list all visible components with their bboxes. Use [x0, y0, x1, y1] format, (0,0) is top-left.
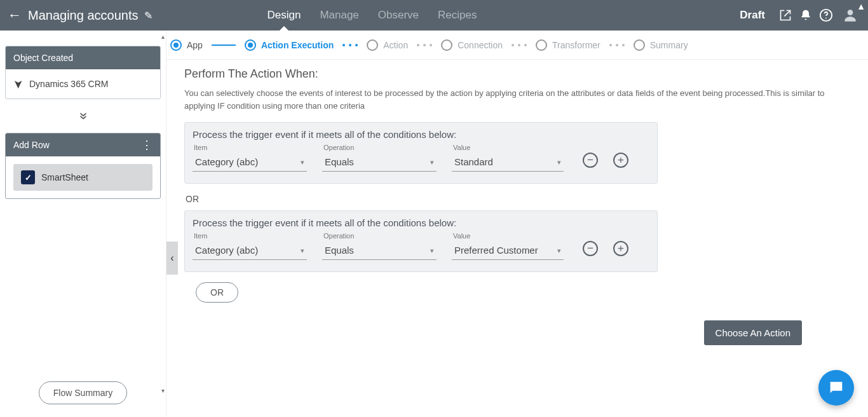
- flow-down-icon: [5, 109, 161, 124]
- card-add-row[interactable]: Add Row ⋮ ✓ SmartSheet: [5, 133, 161, 199]
- card-header: Object Created: [6, 46, 160, 69]
- stepper-dots: [609, 44, 625, 46]
- stepper-connector: [212, 44, 236, 46]
- field-label-value: Value: [452, 232, 564, 240]
- field-label-operation: Operation: [322, 232, 437, 240]
- section-title: Perform The Action When:: [184, 67, 850, 81]
- edit-icon[interactable]: ✎: [144, 10, 153, 22]
- field-label-operation: Operation: [322, 144, 437, 151]
- nav-design[interactable]: Design: [267, 0, 301, 31]
- scroll-down-icon[interactable]: ▾: [161, 387, 165, 394]
- card-title: Add Row: [13, 140, 50, 150]
- svg-point-1: [825, 18, 827, 19]
- kebab-menu-icon[interactable]: ⋮: [141, 142, 153, 148]
- value-select[interactable]: Standard: [452, 153, 564, 172]
- page-title: Managing accounts: [28, 8, 138, 23]
- or-label: OR: [186, 194, 850, 204]
- or-button[interactable]: OR: [196, 282, 238, 303]
- stepper: App Action Execution Action Connection T…: [166, 31, 868, 60]
- bell-icon[interactable]: [796, 5, 816, 25]
- field-label-item: Item: [193, 232, 307, 240]
- field-label-value: Value: [452, 144, 564, 151]
- help-icon[interactable]: [816, 5, 836, 25]
- sidebar: ▴ Object Created ➤ Dynamics 365 CRM Add …: [0, 31, 166, 417]
- value-select[interactable]: Preferred Customer: [452, 241, 564, 260]
- condition-block-title: Process the trigger event if it meets al…: [193, 129, 649, 140]
- stepper-dots: [342, 44, 358, 46]
- source-label: Dynamics 365 CRM: [29, 79, 108, 89]
- source-label: SmartSheet: [41, 172, 88, 182]
- item-select[interactable]: Category (abc): [193, 241, 307, 260]
- condition-block-title: Process the trigger event if it meets al…: [193, 217, 649, 228]
- top-nav: Design Manage Observe Recipes: [267, 0, 477, 31]
- choose-action-button[interactable]: Choose An Action: [704, 320, 802, 345]
- step-action[interactable]: Action: [367, 39, 408, 51]
- operation-select[interactable]: Equals: [322, 241, 437, 260]
- step-transformer[interactable]: Transformer: [536, 39, 600, 51]
- nav-manage[interactable]: Manage: [320, 0, 358, 31]
- card-object-created[interactable]: Object Created ➤ Dynamics 365 CRM: [5, 46, 161, 99]
- card-header: Add Row ⋮: [6, 133, 160, 156]
- user-avatar-icon[interactable]: ▲: [840, 5, 860, 25]
- stepper-dots: [512, 44, 527, 46]
- stepper-dots: [417, 44, 432, 46]
- step-summary[interactable]: Summary: [634, 39, 688, 51]
- nav-recipes[interactable]: Recipes: [438, 0, 477, 31]
- step-app[interactable]: App: [170, 39, 203, 51]
- collapse-sidebar-icon[interactable]: ‹: [166, 242, 178, 275]
- help-text: You can selectively choose the events of…: [184, 87, 850, 112]
- item-select[interactable]: Category (abc): [193, 153, 307, 172]
- add-condition-icon[interactable]: +: [613, 153, 628, 168]
- status-label: Draft: [740, 9, 765, 22]
- svg-point-2: [848, 10, 853, 15]
- smartsheet-icon: ✓: [21, 170, 35, 184]
- top-header: ← Managing accounts ✎ Design Manage Obse…: [0, 0, 868, 31]
- card-title: Object Created: [13, 53, 73, 63]
- condition-block: Process the trigger event if it meets al…: [184, 210, 658, 272]
- source-row-selected[interactable]: ✓ SmartSheet: [13, 164, 153, 191]
- main-panel: App Action Execution Action Connection T…: [166, 31, 868, 417]
- flow-summary-button[interactable]: Flow Summary: [39, 381, 127, 404]
- content: Perform The Action When: You can selecti…: [166, 60, 868, 310]
- dynamics-icon: ➤: [11, 79, 25, 89]
- remove-condition-icon[interactable]: −: [583, 241, 598, 256]
- scroll-up-icon[interactable]: ▴: [161, 33, 165, 40]
- warning-badge-icon: ▲: [857, 1, 865, 11]
- nav-observe[interactable]: Observe: [378, 0, 419, 31]
- chat-icon[interactable]: [818, 370, 854, 406]
- field-label-item: Item: [193, 144, 307, 151]
- condition-block: Process the trigger event if it meets al…: [184, 122, 658, 184]
- open-external-icon[interactable]: [775, 5, 796, 25]
- add-condition-icon[interactable]: +: [613, 241, 628, 256]
- step-connection[interactable]: Connection: [441, 39, 503, 51]
- operation-select[interactable]: Equals: [322, 153, 437, 172]
- source-row[interactable]: ➤ Dynamics 365 CRM: [13, 77, 153, 91]
- step-action-execution[interactable]: Action Execution: [245, 39, 334, 51]
- remove-condition-icon[interactable]: −: [583, 153, 598, 168]
- back-arrow-icon[interactable]: ←: [8, 7, 22, 24]
